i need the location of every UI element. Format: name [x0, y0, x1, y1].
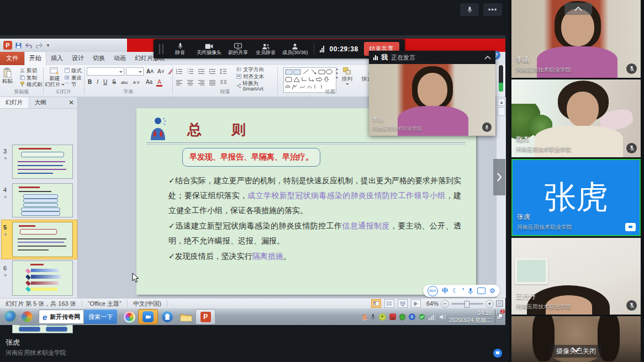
shapes-scroll[interactable]: ▲▼▼	[335, 67, 339, 79]
underline-button[interactable]: U	[102, 79, 108, 85]
normal-view-button[interactable]	[371, 299, 381, 308]
scroll-up-icon[interactable]: ▲	[498, 98, 505, 106]
participant-tile-wangdandan[interactable]: 王丹丹 河南应用技术职业学院	[511, 238, 641, 315]
tab-insert[interactable]: 插入	[46, 52, 67, 65]
tray-bluetooth-icon[interactable]: 8	[409, 313, 415, 320]
cut-button[interactable]: 剪切	[20, 68, 43, 73]
slide-thumbnail-4[interactable]	[12, 183, 73, 217]
tab-animations[interactable]: 动画	[109, 52, 130, 65]
tab-file[interactable]: 文件	[0, 52, 24, 65]
italic-button[interactable]: I	[96, 79, 99, 85]
redo-icon[interactable]	[35, 42, 43, 49]
slide-thumbnail-6[interactable]	[12, 260, 73, 296]
tray-clock[interactable]: 14:18 2020/3/24 星期二	[449, 310, 492, 324]
participant-tile-zhanghu-active[interactable]: 张虎 张虎 河南应用技术职业学院	[511, 159, 641, 236]
mute-button[interactable]: 静音	[169, 42, 191, 55]
increase-indent-icon[interactable]	[209, 68, 216, 74]
new-slide-button[interactable]: 新建幻灯片	[45, 67, 65, 88]
grow-font-button[interactable]: A˄	[145, 68, 155, 74]
slide-thumbnail-3[interactable]	[12, 145, 73, 179]
ifly-logo-icon[interactable]: iFLY	[427, 286, 438, 296]
zoom-slider-thumb[interactable]	[464, 301, 469, 308]
canvas-scrollbar[interactable]: ▲	[496, 97, 506, 298]
tab-design[interactable]: 设计	[67, 52, 88, 65]
fit-to-window-icon[interactable]	[496, 300, 503, 307]
pinned-app-360browser[interactable]	[120, 310, 138, 324]
mute-all-button[interactable]: 全员静音	[255, 43, 277, 55]
bold-button[interactable]: B	[87, 79, 93, 85]
align-center-icon[interactable]	[187, 79, 194, 86]
ime-halfmoon-icon[interactable]: ☾	[452, 287, 458, 295]
participant-tile-jujie[interactable]: 鞠杰 河南应用技术职业学院	[511, 79, 641, 157]
self-view-window[interactable]: 我 正在发言 李函 河南应用技术职业学院	[369, 51, 495, 136]
arrange-button[interactable]: 排列	[342, 67, 352, 87]
sidebar-tab-outline[interactable]: 大纲	[29, 97, 52, 108]
tab-home[interactable]: 开始	[24, 51, 46, 65]
collapse-chevron-icon[interactable]	[484, 56, 491, 60]
paste-button[interactable]: 粘贴	[2, 67, 13, 84]
zoom-in-button[interactable]: +	[485, 300, 494, 308]
search-deskband[interactable]: e 新开传奇网	[39, 310, 84, 324]
ime-settings-icon[interactable]: ⚙	[489, 287, 495, 295]
self-view-titlebar[interactable]: 我 正在发言	[369, 51, 495, 64]
char-spacing-button[interactable]: AV	[132, 80, 142, 85]
next-slide-button[interactable]	[493, 159, 505, 195]
chevron-down-icon[interactable]	[572, 347, 580, 352]
tray-safe-icon[interactable]	[419, 313, 425, 320]
top-mic-button[interactable]	[460, 3, 479, 16]
top-more-button[interactable]: •••	[483, 3, 502, 16]
layout-button[interactable]: 版式	[65, 68, 82, 73]
ppt-logo-icon[interactable]: P	[3, 41, 12, 50]
tab-transitions[interactable]: 切换	[88, 52, 109, 65]
bullet-list-icon[interactable]	[176, 68, 183, 74]
number-list-icon[interactable]	[187, 68, 194, 74]
decrease-indent-icon[interactable]	[198, 68, 205, 74]
members-button[interactable]: 成员(30/36)	[282, 43, 308, 55]
participant-tile-camera-off[interactable]: 摄像头已关闭	[511, 316, 641, 362]
running-app-qq[interactable]	[158, 310, 177, 324]
slide-sorter-view-button[interactable]	[384, 299, 394, 308]
camera-button[interactable]: 关闭摄像头	[197, 43, 221, 55]
font-color-button[interactable]: A	[156, 79, 162, 87]
undo-icon[interactable]	[25, 42, 33, 49]
running-app-powerpoint[interactable]: P	[196, 309, 215, 324]
pinned-app-sogou[interactable]	[19, 310, 35, 324]
ime-chinese-mode[interactable]: 中	[442, 286, 448, 296]
slideshow-view-button[interactable]	[411, 299, 421, 308]
tray-mic-icon[interactable]	[371, 313, 376, 320]
zoom-out-button[interactable]: −	[441, 300, 449, 308]
shadow-button[interactable]: abc	[120, 80, 129, 85]
zoom-slider[interactable]	[451, 303, 483, 305]
running-app-meeting[interactable]	[138, 309, 158, 324]
font-size-select[interactable]	[126, 67, 144, 76]
tray-sogou-s-icon[interactable]: S	[362, 313, 367, 321]
sidebar-tab-slides[interactable]: 幻灯片	[0, 97, 29, 108]
line-spacing-icon[interactable]	[220, 68, 227, 74]
qat-dropdown-icon[interactable]: ▼	[46, 43, 50, 48]
toolbar-drag-handle[interactable]	[159, 44, 163, 54]
panel-collapse-button[interactable]	[564, 3, 592, 15]
start-button[interactable]	[2, 310, 19, 324]
slide-thumbnail-5[interactable]	[12, 222, 73, 257]
copy-button[interactable]: 复制	[20, 75, 43, 81]
strikethrough-button[interactable]: S	[111, 79, 117, 85]
ime-punctuation-icon[interactable]: ’	[462, 287, 464, 295]
new-share-button[interactable]: 新的共享	[227, 43, 249, 55]
reset-button[interactable]: 重设	[65, 75, 82, 81]
tray-red-icon[interactable]	[389, 313, 396, 320]
format-painter-button[interactable]: 格式刷	[20, 82, 43, 87]
tray-shield-icon[interactable]	[399, 313, 405, 321]
ifly-input-toolbar[interactable]: iFLY 中 ☾ ’ ⚙	[423, 285, 500, 297]
change-case-button[interactable]: Aa	[145, 79, 154, 85]
font-name-select[interactable]	[87, 67, 124, 76]
reading-view-button[interactable]	[398, 299, 408, 308]
section-button[interactable]: 节	[65, 82, 82, 87]
ime-mic-icon[interactable]	[468, 288, 473, 295]
save-icon[interactable]	[15, 42, 22, 49]
tray-update-icon[interactable]: +	[379, 313, 386, 321]
show-desktop-button[interactable]: 2	[495, 310, 504, 324]
scroll-thumb[interactable]	[498, 107, 505, 116]
search-button[interactable]: 搜索一下	[84, 310, 117, 324]
sidebar-close-icon[interactable]: ✕	[65, 99, 77, 107]
text-direction-button[interactable]: 文字方向	[236, 67, 277, 72]
